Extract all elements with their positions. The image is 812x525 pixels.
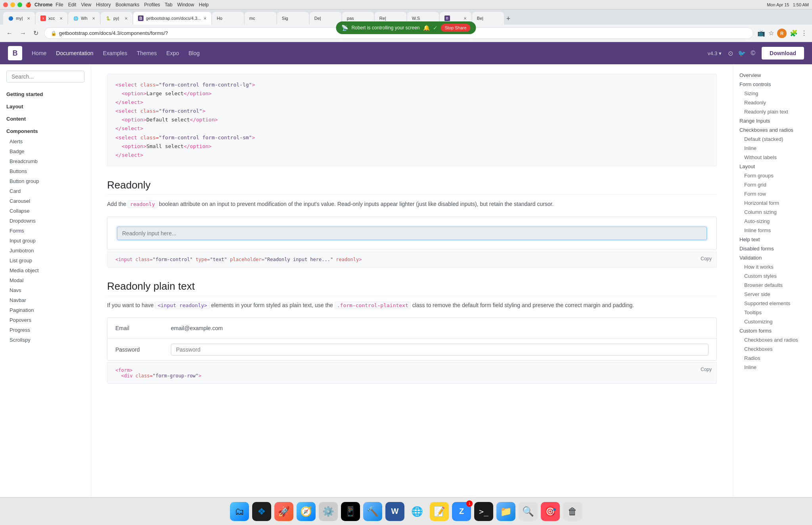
menu-tab[interactable]: Tab [165, 2, 172, 8]
dock-finder[interactable]: 🗂 [230, 502, 249, 521]
bookmark-button[interactable]: ☆ [768, 29, 774, 37]
right-link-radios[interactable]: Radios [733, 354, 812, 363]
extensions-button[interactable]: 🧩 [790, 29, 798, 37]
dock-safari[interactable]: 🧭 [297, 502, 316, 521]
chrome-tab-1[interactable]: 🔵 my| ✕ [3, 12, 35, 25]
right-link-supported-elements[interactable]: Supported elements [733, 299, 812, 308]
sidebar-item-breadcrumb[interactable]: Breadcrumb [0, 156, 91, 166]
chrome-tab-more9[interactable]: Be| [472, 12, 504, 25]
right-link-browser-defaults[interactable]: Browser defaults [733, 281, 812, 290]
sidebar-item-alerts[interactable]: Alerts [0, 137, 91, 146]
sidebar-item-pagination[interactable]: Pagination [0, 305, 91, 315]
right-link-range[interactable]: Range Inputs [733, 116, 812, 125]
sidebar-item-media-object[interactable]: Media object [0, 265, 91, 275]
sidebar-heading-components[interactable]: Components [0, 126, 91, 137]
chrome-tab-4[interactable]: 🐍 py| ✕ [101, 12, 132, 25]
bootstrap-brand[interactable]: B [8, 46, 22, 60]
menu-window[interactable]: Window [177, 2, 194, 8]
chrome-menu-button[interactable]: ⋮ [801, 29, 807, 37]
sidebar-item-buttons[interactable]: Buttons [0, 166, 91, 176]
nav-themes[interactable]: Themes [137, 50, 157, 56]
right-link-server-side[interactable]: Server side [733, 290, 812, 299]
nav-home[interactable]: Home [32, 50, 46, 56]
chrome-tab-3[interactable]: 🌐 Wh ✕ [68, 12, 100, 25]
right-link-form-groups[interactable]: Form groups [733, 171, 812, 180]
forward-button[interactable]: → [18, 28, 28, 38]
right-link-without-labels[interactable]: Without labels [733, 153, 812, 162]
right-link-form-row[interactable]: Form row [733, 189, 812, 198]
tab-close-4[interactable]: ✕ [124, 16, 128, 21]
right-link-column-sizing[interactable]: Column sizing [733, 208, 812, 217]
right-link-help-text[interactable]: Help text [733, 235, 812, 244]
sidebar-item-scrollspy[interactable]: Scrollspy [0, 335, 91, 345]
right-link-form-controls[interactable]: Form controls [733, 80, 812, 89]
chrome-tab-more3[interactable]: Sig [277, 12, 309, 25]
right-link-inline-forms[interactable]: Inline forms [733, 226, 812, 235]
right-link-checkboxes[interactable]: Checkboxes [733, 344, 812, 354]
sidebar-item-carousel[interactable]: Carousel [0, 196, 91, 206]
sidebar-heading-getting-started[interactable]: Getting started [0, 89, 91, 100]
right-link-custom-forms[interactable]: Custom forms [733, 326, 812, 335]
sidebar-item-popovers[interactable]: Popovers [0, 315, 91, 325]
maximize-button[interactable] [17, 2, 22, 7]
dock-trash[interactable]: 🗑 [563, 502, 582, 521]
menu-bookmarks[interactable]: Bookmarks [116, 2, 140, 8]
nav-examples[interactable]: Examples [103, 50, 127, 56]
copy-button-readonly[interactable]: Copy [701, 256, 712, 262]
sidebar-item-navs[interactable]: Navs [0, 285, 91, 295]
right-link-form-grid[interactable]: Form grid [733, 180, 812, 189]
refresh-button[interactable]: ↻ [32, 28, 40, 38]
minimize-button[interactable] [10, 2, 15, 7]
right-link-checkboxes-radios[interactable]: Checkboxes and radios [733, 125, 812, 135]
dock-chrome[interactable]: 🌐 [408, 502, 427, 521]
dock-vscode[interactable]: ❖ [252, 502, 271, 521]
tab-close-active[interactable]: ✕ [203, 16, 207, 21]
right-link-sizing[interactable]: Sizing [733, 89, 812, 98]
sidebar-item-card[interactable]: Card [0, 186, 91, 196]
right-link-auto-sizing[interactable]: Auto-sizing [733, 217, 812, 226]
slack-icon[interactable]: © [751, 50, 755, 57]
dock-finder2[interactable]: 🔍 [519, 502, 538, 521]
dock-files[interactable]: 📁 [496, 502, 515, 521]
close-button[interactable] [3, 2, 8, 7]
right-link-default-stacked[interactable]: Default (stacked) [733, 135, 812, 144]
sidebar-item-button-group[interactable]: Button group [0, 176, 91, 186]
right-link-inline[interactable]: Inline [733, 144, 812, 153]
right-link-disabled-forms[interactable]: Disabled forms [733, 244, 812, 253]
sidebar-item-collapse[interactable]: Collapse [0, 206, 91, 216]
sidebar-heading-layout[interactable]: Layout [0, 101, 91, 112]
tab-close-more8[interactable]: ✕ [463, 16, 467, 21]
right-link-inline2[interactable]: Inline [733, 363, 812, 372]
chrome-tab-2[interactable]: x xcc ✕ [36, 12, 67, 25]
download-button[interactable]: Download [762, 47, 804, 60]
sidebar-item-modal[interactable]: Modal [0, 275, 91, 285]
dock-zoom[interactable]: Z 1 [452, 502, 471, 521]
right-link-readonly[interactable]: Readonly [733, 98, 812, 107]
sidebar-heading-content[interactable]: Content [0, 113, 91, 124]
sidebar-item-dropdowns[interactable]: Dropdowns [0, 216, 91, 226]
twitter-icon[interactable]: 🐦 [738, 50, 746, 57]
sidebar-item-progress[interactable]: Progress [0, 325, 91, 335]
sidebar-item-jumbotron[interactable]: Jumbotron [0, 246, 91, 256]
dock-word[interactable]: W [385, 502, 404, 521]
chrome-tab-more4[interactable]: De| [310, 12, 341, 25]
right-link-readonly-plain[interactable]: Readonly plain text [733, 107, 812, 116]
dock-system-prefs[interactable]: ⚙️ [319, 502, 338, 521]
sidebar-item-badge[interactable]: Badge [0, 146, 91, 156]
stop-share-button[interactable]: Stop Share [441, 24, 471, 32]
tab-close-1[interactable]: ✕ [27, 16, 30, 21]
dock-simulator[interactable]: 📱 [341, 502, 360, 521]
right-link-validation[interactable]: Validation [733, 253, 812, 262]
sidebar-item-input-group[interactable]: Input group [0, 236, 91, 246]
sidebar-item-navbar[interactable]: Navbar [0, 295, 91, 305]
dock-xcode[interactable]: 🔨 [363, 502, 382, 521]
cast-button[interactable]: 📺 [757, 29, 765, 37]
menu-history[interactable]: History [96, 2, 111, 8]
github-icon[interactable]: ⊙ [728, 50, 733, 57]
right-link-customizing[interactable]: Customizing [733, 317, 812, 326]
menu-edit[interactable]: Edit [68, 2, 77, 8]
back-button[interactable]: ← [5, 28, 14, 38]
right-link-tooltips[interactable]: Tooltips [733, 308, 812, 317]
search-input[interactable] [6, 71, 84, 83]
right-link-custom-styles[interactable]: Custom styles [733, 271, 812, 281]
